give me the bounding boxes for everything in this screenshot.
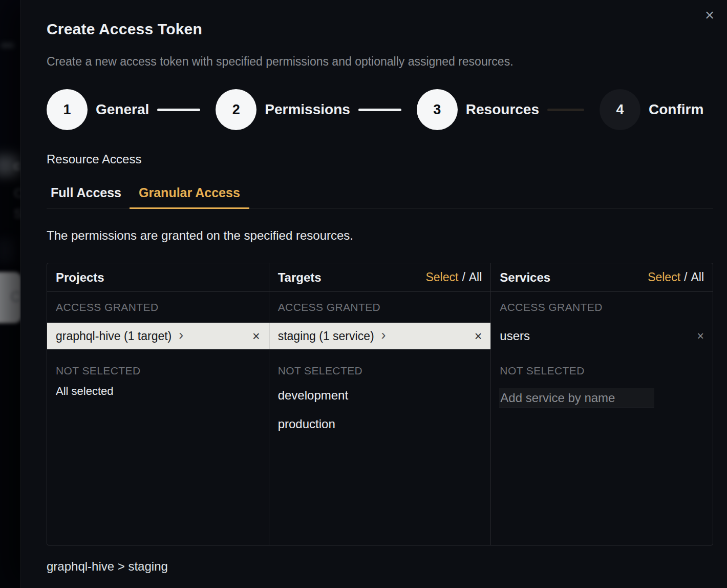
targets-column-title: Targets [278,270,322,285]
remove-icon[interactable]: × [475,330,482,343]
step-connector [547,109,584,111]
targets-not-selected-label: NOT SELECTED [269,361,491,381]
wizard-stepper: 1 General 2 Permissions 3 Resources 4 Co… [47,89,703,130]
select-all-separator: / [462,270,465,284]
target-granted-label: staging (1 service) [278,329,374,343]
services-select-all: Select/All [648,270,704,284]
services-not-selected-label: NOT SELECTED [491,361,713,381]
step-circle-confirm: 4 [600,89,640,130]
targets-column: Targets Select/All ACCESS GRANTED stagin… [269,263,491,545]
dialog-subtitle: Create a new access token with specified… [47,55,514,69]
targets-select-link[interactable]: Select [425,270,458,284]
step-label-resources: Resources [466,101,539,118]
step-connector [358,109,401,111]
services-column-title: Services [500,270,550,285]
step-circle-permissions: 2 [216,89,256,130]
resource-access-heading: Resource Access [47,152,141,166]
targets-column-header: Targets Select/All [269,263,491,292]
projects-access-granted-label: ACCESS GRANTED [47,292,269,323]
targets-access-granted-label: ACCESS GRANTED [269,292,491,323]
projects-column-title: Projects [56,270,104,285]
breadcrumb: graphql-hive > staging [47,559,168,574]
chevron-right-icon: › [381,328,386,344]
targets-all-link[interactable]: All [469,270,482,284]
target-item-development[interactable]: development [269,381,491,410]
select-all-separator: / [684,270,687,284]
services-all-link[interactable]: All [691,270,704,284]
access-mode-tabs: Full Access Granular Access [47,182,713,208]
background-page: c C S C [0,0,20,588]
services-column-header: Services Select/All [491,263,713,292]
project-granted-label: graphql-hive (1 target) [56,329,172,343]
services-select-link[interactable]: Select [648,270,680,284]
projects-column: Projects ACCESS GRANTED graphql-hive (1 … [47,263,269,545]
project-granted-row[interactable]: graphql-hive (1 target) › × [47,323,269,349]
target-item-production[interactable]: production [269,410,491,438]
granular-access-description: The permissions are granted on the speci… [47,228,353,243]
step-label-confirm: Confirm [649,101,703,118]
remove-icon[interactable]: × [697,330,704,342]
targets-select-all: Select/All [425,270,482,284]
close-icon[interactable]: × [700,6,719,25]
service-granted-label: users [500,329,530,343]
target-granted-row[interactable]: staging (1 service) › × [269,323,491,349]
tab-granular-access[interactable]: Granular Access [130,182,249,209]
step-label-permissions: Permissions [265,101,350,118]
dialog-title: Create Access Token [47,20,202,38]
projects-not-selected-label: NOT SELECTED [47,361,269,381]
services-access-granted-label: ACCESS GRANTED [491,292,713,323]
chevron-right-icon: › [179,328,183,344]
modal-overlay [0,0,20,588]
projects-all-selected-note: All selected [47,381,269,402]
add-service-input[interactable] [499,388,654,408]
remove-icon[interactable]: × [252,330,260,343]
service-granted-row: users × [491,323,713,349]
resource-selector-table: Projects ACCESS GRANTED graphql-hive (1 … [47,263,713,545]
screen: c C S C × Create Access Token Create a n… [0,0,727,588]
step-label-general: General [96,101,149,118]
tab-full-access[interactable]: Full Access [47,182,125,209]
step-circle-resources: 3 [417,89,458,130]
services-column: Services Select/All ACCESS GRANTED users… [491,263,713,545]
step-connector [157,109,200,111]
create-access-token-dialog: × Create Access Token Create a new acces… [20,0,727,588]
projects-column-header: Projects [47,263,269,292]
step-circle-general: 1 [47,89,88,130]
